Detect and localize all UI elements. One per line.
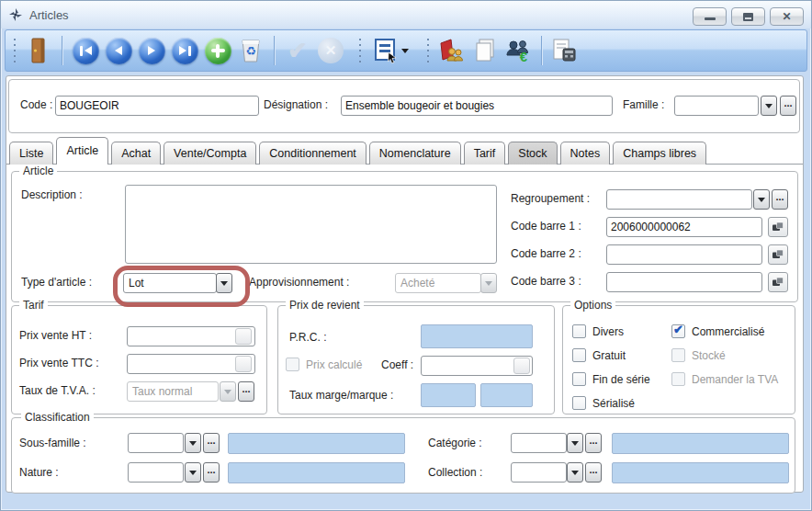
- taux-tva-browse-button[interactable]: ...: [238, 381, 254, 402]
- tab-achat[interactable]: Achat: [111, 142, 161, 165]
- tab-stock[interactable]: Stock: [508, 142, 557, 165]
- serialise-checkbox[interactable]: [572, 396, 586, 410]
- collection-dropdown-button[interactable]: [567, 462, 583, 483]
- article-group-legend: Article: [19, 165, 57, 177]
- description-label: Description :: [21, 188, 83, 201]
- famille-combo[interactable]: [674, 96, 759, 116]
- previous-record-icon: [106, 38, 132, 64]
- toolbar-grip[interactable]: [357, 36, 363, 65]
- previous-record-button[interactable]: [102, 33, 135, 68]
- first-record-button[interactable]: [69, 33, 102, 68]
- code-input[interactable]: [55, 96, 259, 116]
- famille-dropdown-button[interactable]: [761, 96, 777, 116]
- demander-tva-label: Demander la TVA: [692, 373, 778, 386]
- copy-documents-icon: [473, 38, 497, 63]
- articles-window: Articles ✕: [0, 0, 812, 511]
- designation-input[interactable]: [341, 96, 613, 116]
- close-button[interactable]: ✕: [770, 7, 804, 26]
- type-article-combo[interactable]: Lot: [123, 273, 217, 293]
- categorie-combo[interactable]: [511, 433, 567, 453]
- nature-readonly-field: [228, 462, 405, 483]
- minimize-icon: [705, 17, 716, 20]
- validate-button[interactable]: ✔: [281, 33, 314, 68]
- nature-dropdown-button[interactable]: [185, 462, 201, 483]
- nature-browse-button[interactable]: ...: [203, 462, 220, 483]
- delete-record-button[interactable]: ♻: [234, 33, 267, 68]
- divers-checkbox[interactable]: [572, 324, 586, 338]
- tab-vente-compta[interactable]: Vente/Compta: [164, 142, 256, 165]
- toolbar-separator: [274, 36, 275, 65]
- tab-liste[interactable]: Liste: [9, 142, 53, 165]
- description-textarea[interactable]: [125, 185, 497, 264]
- tab-article[interactable]: Article: [56, 137, 108, 165]
- regroupement-combo[interactable]: [606, 189, 752, 210]
- prix-revient-group: Prix de revient P.R.C. : Prix calculé Co…: [277, 305, 555, 414]
- restore-button[interactable]: [731, 7, 765, 26]
- taux-marge-readonly-field: [421, 383, 476, 407]
- tab-champs-libres[interactable]: Champs libres: [613, 142, 706, 165]
- minimize-button[interactable]: [693, 7, 727, 26]
- tab-notes[interactable]: Notes: [560, 142, 611, 165]
- famille-browse-button[interactable]: ...: [780, 96, 796, 116]
- toolbar-grip[interactable]: [425, 36, 431, 65]
- serialise-label: Sérialisé: [592, 397, 635, 410]
- view-mode-button[interactable]: [367, 33, 415, 68]
- type-article-dropdown-button[interactable]: [216, 273, 232, 293]
- commercialise-checkbox[interactable]: [671, 324, 685, 338]
- regroupement-browse-button[interactable]: ...: [772, 189, 788, 210]
- categorie-dropdown-button[interactable]: [567, 433, 583, 453]
- tab-tarif[interactable]: Tarif: [464, 142, 506, 165]
- document-calc-button[interactable]: [548, 33, 581, 68]
- dropdown-arrow-icon: [571, 471, 579, 475]
- codebar2-input[interactable]: [606, 244, 762, 265]
- codebar3-scan-button[interactable]: [768, 272, 788, 292]
- last-record-button[interactable]: [168, 33, 201, 68]
- sous-famille-browse-button[interactable]: ...: [203, 433, 220, 453]
- dropdown-caret-icon: [401, 49, 409, 53]
- prix-revient-legend: Prix de revient: [286, 299, 364, 312]
- add-record-button[interactable]: [201, 33, 234, 68]
- codebar3-input[interactable]: [606, 272, 762, 292]
- fin-de-serie-checkbox[interactable]: [572, 372, 586, 386]
- prix-vente-ttc-spin-button[interactable]: [235, 356, 252, 372]
- type-article-label: Type d'article :: [21, 276, 92, 289]
- coeff-spin-button[interactable]: [513, 358, 530, 374]
- codebar1-input[interactable]: [606, 217, 762, 237]
- sous-famille-dropdown-button[interactable]: [185, 433, 201, 453]
- regroupement-dropdown-button[interactable]: [753, 189, 770, 210]
- prix-vente-ht-spin-button[interactable]: [235, 328, 252, 345]
- taux-marque-readonly-field: [480, 383, 533, 407]
- sous-famille-combo[interactable]: [128, 433, 184, 453]
- sous-famille-readonly-field: [228, 433, 405, 454]
- tab-conditionnement[interactable]: Conditionnement: [259, 142, 367, 165]
- prix-calcule-checkbox: [286, 358, 299, 371]
- coeff-label: Coeff :: [381, 358, 413, 371]
- dropdown-arrow-icon: [220, 281, 228, 286]
- duplicate-button[interactable]: [468, 33, 502, 68]
- next-record-button[interactable]: [135, 33, 168, 68]
- gratuit-checkbox[interactable]: [572, 348, 586, 362]
- codebar1-scan-button[interactable]: [768, 217, 788, 237]
- toolbar-grip[interactable]: [12, 36, 17, 65]
- categorie-label: Catégorie :: [428, 437, 482, 449]
- clients-button[interactable]: [435, 33, 468, 68]
- toolbar-group-links: €: [423, 31, 581, 70]
- quit-button[interactable]: [22, 33, 55, 68]
- toolbar-group-records: ♻ ✔ ✕: [9, 31, 347, 70]
- nature-label: Nature :: [19, 466, 59, 479]
- tarif-group: Tarif Prix vente HT : Prix vente TTC : T…: [11, 305, 267, 414]
- taux-tva-combo: Taux normal: [127, 381, 219, 402]
- cancel-button[interactable]: ✕: [314, 33, 347, 68]
- restore-icon: [743, 13, 753, 21]
- header-panel: Code : Désignation : Famille : ...: [8, 79, 800, 133]
- codebar2-scan-button[interactable]: [768, 244, 788, 265]
- collection-combo[interactable]: [511, 462, 567, 483]
- categorie-browse-button[interactable]: ...: [585, 433, 602, 453]
- nature-combo[interactable]: [128, 462, 184, 483]
- client-euro-button[interactable]: €: [502, 33, 535, 68]
- prix-calcule-label: Prix calculé: [306, 358, 362, 371]
- barcode-icon: [772, 249, 784, 260]
- tab-nomenclature[interactable]: Nomenclature: [369, 142, 461, 165]
- collection-browse-button[interactable]: ...: [585, 462, 602, 483]
- regroupement-label: Regroupement :: [511, 192, 590, 205]
